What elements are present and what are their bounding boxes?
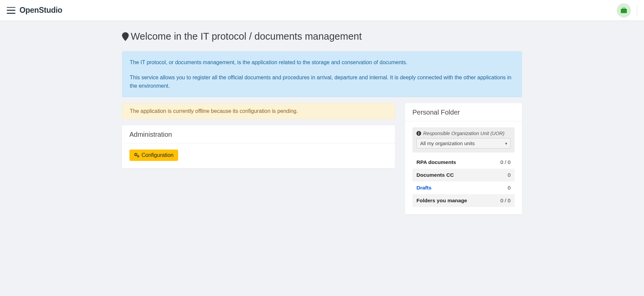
uor-label: Responsible Organization Unit (UOR) xyxy=(416,131,511,136)
topbar-right xyxy=(617,3,637,17)
svg-point-6 xyxy=(138,156,138,157)
list-item-value: 0 / 0 xyxy=(500,198,511,204)
list-item-label: RPA documents xyxy=(416,159,456,165)
menu-icon[interactable] xyxy=(7,7,15,14)
configuration-button-label: Configuration xyxy=(142,152,173,158)
personal-folder-card: Personal Folder Responsible Organization… xyxy=(405,103,522,214)
svg-point-4 xyxy=(135,154,136,155)
list-item-value: 0 xyxy=(508,185,511,191)
admin-card: Administration Configuration xyxy=(122,125,395,168)
topbar-left: OpenStudio xyxy=(7,6,62,15)
main-container: Welcome in the IT protocol / documents m… xyxy=(115,21,529,228)
list-item-label: Documents CC xyxy=(416,172,454,178)
info-alert: The IT protocol, or documents management… xyxy=(122,51,522,97)
content-row: The application is currently offline bec… xyxy=(122,103,522,214)
brand-logo[interactable]: OpenStudio xyxy=(19,6,62,15)
divider xyxy=(637,6,637,15)
list-item-value: 0 / 0 xyxy=(500,159,511,165)
list-item[interactable]: Drafts 0 xyxy=(412,181,515,194)
personal-folder-header: Personal Folder xyxy=(405,103,522,121)
page-title-text: Welcome in the IT protocol / documents m… xyxy=(131,31,362,42)
location-pin-icon xyxy=(122,32,129,41)
briefcase-icon xyxy=(621,8,627,13)
svg-rect-9 xyxy=(418,133,419,135)
list-item[interactable]: Documents CC 0 xyxy=(412,169,515,181)
configuration-button[interactable]: Configuration xyxy=(129,150,178,161)
uor-select-wrap: All my organization units ▼ xyxy=(416,138,511,149)
admin-card-header: Administration xyxy=(122,125,395,143)
folder-list: RPA documents 0 / 0 Documents CC 0 Draft… xyxy=(412,156,515,207)
svg-rect-1 xyxy=(622,8,625,9)
uor-label-text: Responsible Organization Unit (UOR) xyxy=(423,131,505,136)
info-paragraph-1: The IT protocol, or documents management… xyxy=(130,58,514,67)
list-item[interactable]: RPA documents 0 / 0 xyxy=(412,156,515,169)
info-paragraph-2: This service allows you to register all … xyxy=(130,74,514,90)
list-item[interactable]: Folders you manage 0 / 0 xyxy=(412,194,515,207)
svg-point-8 xyxy=(418,132,419,133)
role-badge[interactable] xyxy=(617,3,631,17)
admin-card-body: Configuration xyxy=(122,143,395,168)
page-title: Welcome in the IT protocol / documents m… xyxy=(122,31,522,42)
list-item-value: 0 xyxy=(508,172,511,178)
topbar: OpenStudio xyxy=(0,0,644,21)
warning-text: The application is currently offline bec… xyxy=(130,108,298,114)
warning-alert: The application is currently offline bec… xyxy=(122,103,395,119)
personal-folder-body: Responsible Organization Unit (UOR) All … xyxy=(405,121,522,214)
uor-box: Responsible Organization Unit (UOR) All … xyxy=(412,127,515,153)
gears-icon xyxy=(134,153,139,158)
uor-select[interactable]: All my organization units xyxy=(416,138,511,149)
main-column: The application is currently offline bec… xyxy=(122,103,395,168)
info-icon xyxy=(416,131,421,136)
svg-rect-2 xyxy=(621,9,627,10)
list-item-label-link[interactable]: Drafts xyxy=(416,185,432,191)
side-column: Personal Folder Responsible Organization… xyxy=(405,103,522,214)
list-item-label: Folders you manage xyxy=(416,198,467,204)
